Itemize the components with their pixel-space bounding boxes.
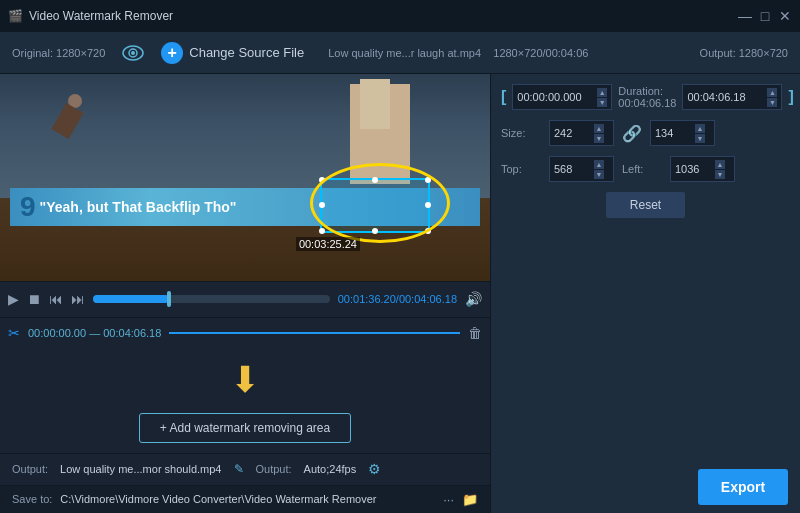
size-label: Size:	[501, 127, 541, 139]
watermark-text: "Yeah, but That Backflip Tho"	[40, 199, 237, 215]
end-time-down[interactable]: ▼	[767, 98, 777, 107]
settings-icon[interactable]: ⚙	[368, 461, 381, 477]
end-time-spinner[interactable]: ▲ ▼	[767, 88, 777, 107]
file-info: Low quality me...r laugh at.mp4 1280×720…	[328, 47, 588, 59]
original-info: Original: 1280×720	[12, 47, 105, 59]
file-name: Low quality me...r laugh at.mp4	[328, 47, 481, 59]
end-time-up[interactable]: ▲	[767, 88, 777, 97]
title-bar-controls[interactable]: — □ ✕	[738, 9, 792, 23]
prev-frame-button[interactable]: ⏮	[49, 291, 63, 307]
volume-icon[interactable]: 🔊	[465, 291, 482, 307]
start-time-input[interactable]: ▲ ▼	[512, 84, 612, 110]
scissors-icon: ✂	[8, 325, 20, 341]
left-spinner[interactable]: ▲ ▼	[715, 160, 725, 179]
minimize-button[interactable]: —	[738, 9, 752, 23]
width-spinner[interactable]: ▲ ▼	[594, 124, 604, 143]
playback-controls: ▶ ⏹ ⏮ ⏭ 00:01:36.20/00:04:06.18 🔊	[0, 281, 490, 317]
left-field[interactable]	[675, 163, 715, 175]
output-bar: Output: Low quality me...mor should.mp4 …	[0, 453, 490, 485]
left-up[interactable]: ▲	[715, 160, 725, 169]
duration-label: Duration: 00:04:06.18	[618, 85, 676, 109]
start-time-up[interactable]: ▲	[597, 88, 607, 97]
progress-bar[interactable]	[93, 295, 330, 303]
progress-fill	[93, 295, 169, 303]
file-resolution: 1280×720/00:04:06	[493, 47, 588, 59]
top-label: Top:	[501, 163, 541, 175]
browse-button[interactable]: ···	[443, 492, 454, 507]
arrow-down-icon: ⬇	[230, 359, 260, 401]
start-time-field[interactable]	[517, 91, 597, 103]
bracket-right: ]	[788, 88, 793, 106]
add-watermark-button[interactable]: + Add watermark removing area	[139, 413, 351, 443]
link-icon[interactable]: 🔗	[622, 124, 642, 143]
trim-timeline[interactable]	[169, 332, 460, 334]
top-field[interactable]	[554, 163, 594, 175]
top-down[interactable]: ▼	[594, 170, 604, 179]
app-icon: 🎬	[8, 9, 23, 23]
bracket-left: [	[501, 88, 506, 106]
left-down[interactable]: ▼	[715, 170, 725, 179]
watermark-number: 9	[20, 191, 36, 223]
maximize-button[interactable]: □	[758, 9, 772, 23]
saveto-bar: Save to: C:\Vidmore\Vidmore Video Conver…	[0, 485, 490, 513]
next-frame-button[interactable]: ⏭	[71, 291, 85, 307]
left-panel: 9 "Yeah, but That Backflip Tho"	[0, 74, 490, 513]
open-folder-button[interactable]: 📁	[462, 492, 478, 507]
left-input[interactable]: ▲ ▼	[670, 156, 735, 182]
size-section: Size: ▲ ▼ 🔗 ▲ ▼	[501, 120, 790, 146]
time-display: 00:01:36.20/00:04:06.18	[338, 293, 457, 305]
delete-trim-button[interactable]: 🗑	[468, 325, 482, 341]
saveto-path: C:\Vidmore\Vidmore Video Converter\Video…	[60, 493, 435, 505]
topleft-section: Top: ▲ ▼ Left: ▲ ▼	[501, 156, 790, 182]
svg-point-2	[131, 51, 135, 55]
change-source-button[interactable]: + Change Source File	[161, 42, 304, 64]
app-title: Video Watermark Remover	[29, 9, 173, 23]
add-icon: +	[161, 42, 183, 64]
end-time-field[interactable]	[687, 91, 767, 103]
top-input[interactable]: ▲ ▼	[549, 156, 614, 182]
trim-bar: ✂ 00:00:00.00 — 00:04:06.18 🗑	[0, 317, 490, 349]
highlight-circle	[310, 163, 450, 243]
end-time-input[interactable]: ▲ ▼	[682, 84, 782, 110]
add-watermark-section: ⬇ + Add watermark removing area	[0, 349, 490, 453]
time-section: [ ▲ ▼ Duration: 00:04:06.18 ▲ ▼ ]	[501, 84, 790, 110]
width-up[interactable]: ▲	[594, 124, 604, 133]
start-time-spinner[interactable]: ▲ ▼	[597, 88, 607, 107]
sign-shape	[360, 79, 390, 129]
output-filename: Low quality me...mor should.mp4	[60, 463, 221, 475]
reset-button[interactable]: Reset	[606, 192, 685, 218]
width-field[interactable]	[554, 127, 594, 139]
top-up[interactable]: ▲	[594, 160, 604, 169]
play-button[interactable]: ▶	[8, 291, 19, 307]
change-source-label: Change Source File	[189, 45, 304, 60]
progress-thumb[interactable]	[167, 291, 171, 307]
trim-range: 00:00:00.00 — 00:04:06.18	[28, 327, 161, 339]
stop-button[interactable]: ⏹	[27, 291, 41, 307]
width-input[interactable]: ▲ ▼	[549, 120, 614, 146]
right-panel: [ ▲ ▼ Duration: 00:04:06.18 ▲ ▼ ]	[490, 74, 800, 513]
video-timestamp: 00:03:25.24	[296, 237, 360, 251]
height-input[interactable]: ▲ ▼	[650, 120, 715, 146]
output-format-label: Output:	[256, 463, 292, 475]
height-field[interactable]	[655, 127, 695, 139]
handle-bottom-left[interactable]	[319, 228, 325, 234]
height-down[interactable]: ▼	[695, 134, 705, 143]
export-button[interactable]: Export	[698, 469, 788, 505]
main-area: 9 "Yeah, but That Backflip Tho"	[0, 74, 800, 513]
width-down[interactable]: ▼	[594, 134, 604, 143]
start-time-down[interactable]: ▼	[597, 98, 607, 107]
video-preview[interactable]: 9 "Yeah, but That Backflip Tho"	[0, 74, 490, 281]
height-up[interactable]: ▲	[695, 124, 705, 133]
person-shape	[60, 94, 90, 154]
eye-button[interactable]	[121, 41, 145, 65]
left-label: Left:	[622, 163, 662, 175]
close-button[interactable]: ✕	[778, 9, 792, 23]
toolbar: Original: 1280×720 + Change Source File …	[0, 32, 800, 74]
output-format-value: Auto;24fps	[304, 463, 357, 475]
edit-icon[interactable]: ✎	[234, 462, 244, 476]
output-label: Output:	[12, 463, 48, 475]
height-spinner[interactable]: ▲ ▼	[695, 124, 705, 143]
video-scene: 9 "Yeah, but That Backflip Tho"	[0, 74, 490, 281]
top-spinner[interactable]: ▲ ▼	[594, 160, 604, 179]
title-bar-left: 🎬 Video Watermark Remover	[8, 9, 173, 23]
